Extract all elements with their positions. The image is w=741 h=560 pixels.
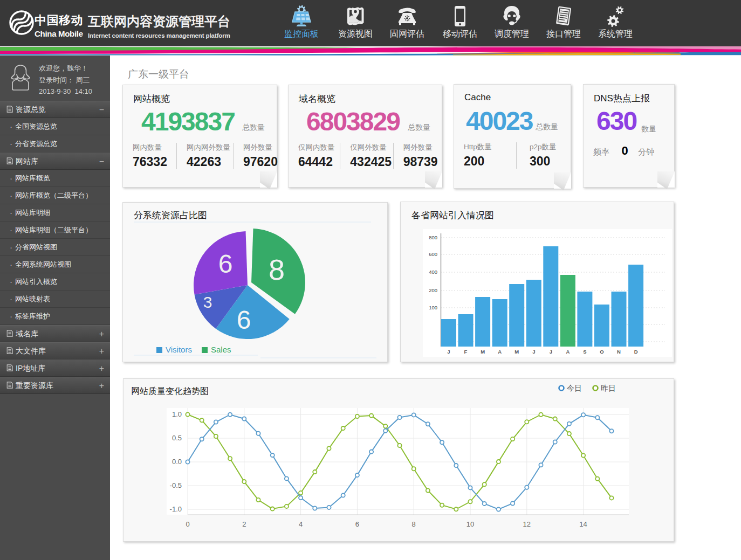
svg-text:M: M <box>514 349 519 355</box>
svg-text:1.0: 1.0 <box>172 410 182 418</box>
svg-text:200: 200 <box>429 287 437 293</box>
svg-text:100: 100 <box>429 305 437 310</box>
svg-text:14: 14 <box>579 520 587 528</box>
svg-text:Sales: Sales <box>211 345 231 354</box>
svg-text:-0.5: -0.5 <box>170 481 182 489</box>
svg-text:8: 8 <box>269 253 285 286</box>
svg-text:J: J <box>532 349 535 355</box>
svg-text:800: 800 <box>429 234 437 240</box>
svg-text:0: 0 <box>186 520 189 528</box>
svg-text:6: 6 <box>355 520 359 528</box>
svg-text:400: 400 <box>429 269 437 275</box>
svg-text:O: O <box>600 349 603 355</box>
svg-text:J: J <box>550 349 552 355</box>
svg-text:M: M <box>481 349 485 355</box>
svg-text:A: A <box>498 349 502 355</box>
svg-text:6: 6 <box>218 250 233 278</box>
svg-text:10: 10 <box>466 520 474 528</box>
svg-text:今日: 今日 <box>567 384 582 392</box>
svg-text:-1.0: -1.0 <box>170 505 182 513</box>
svg-text:600: 600 <box>429 251 437 257</box>
svg-text:12: 12 <box>523 520 531 528</box>
svg-text:2: 2 <box>242 520 246 528</box>
svg-text:昨日: 昨日 <box>601 384 616 392</box>
svg-text:J: J <box>447 349 450 355</box>
svg-text:S: S <box>583 349 586 355</box>
svg-text:N: N <box>617 349 621 355</box>
svg-text:D: D <box>634 349 638 355</box>
svg-text:0.5: 0.5 <box>172 434 182 442</box>
svg-text:A: A <box>566 349 570 355</box>
svg-text:0.0: 0.0 <box>172 458 182 466</box>
svg-text:4: 4 <box>299 520 303 528</box>
svg-text:6: 6 <box>237 306 251 334</box>
svg-text:8: 8 <box>412 520 416 528</box>
svg-text:F: F <box>464 349 468 355</box>
svg-text:3: 3 <box>203 293 212 311</box>
svg-text:Visitors: Visitors <box>166 345 192 354</box>
